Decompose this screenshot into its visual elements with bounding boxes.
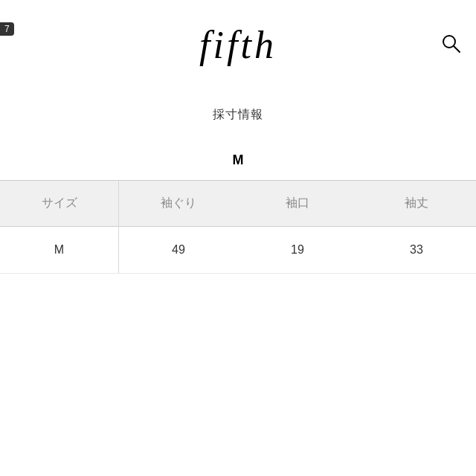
- section-title: 採寸情報: [0, 89, 476, 129]
- table-header-armhole: 袖ぐり: [119, 181, 238, 226]
- table-header-cuff: 袖口: [238, 181, 357, 226]
- cell-cuff: 19: [238, 227, 357, 273]
- cell-sleeve-length: 33: [357, 227, 476, 273]
- cell-size: M: [0, 227, 119, 273]
- svg-line-1: [454, 46, 460, 52]
- cell-armhole: 49: [119, 227, 238, 273]
- back-badge: 7: [0, 22, 14, 36]
- header: 7 fifth: [0, 0, 476, 89]
- measurements-table: サイズ 袖ぐり 袖口 袖丈 M 49 19 33: [0, 181, 476, 274]
- app-logo: fifth: [199, 23, 277, 67]
- table-header-size: サイズ: [0, 181, 119, 226]
- table-header-row: サイズ 袖ぐり 袖口 袖丈: [0, 181, 476, 227]
- table-row: M 49 19 33: [0, 227, 476, 274]
- search-icon[interactable]: [440, 33, 461, 57]
- table-header-sleeve-length: 袖丈: [357, 181, 476, 226]
- size-label: M: [0, 129, 476, 180]
